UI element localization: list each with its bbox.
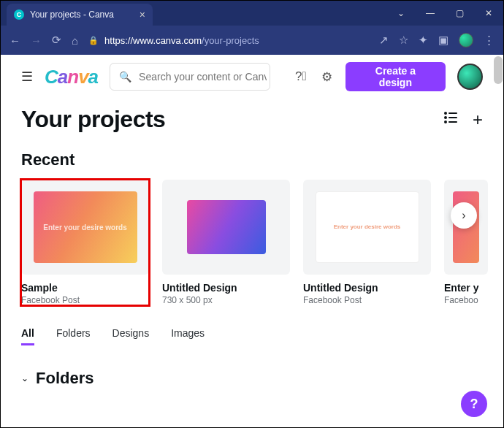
svg-point-2 [445,117,446,118]
browser-tab[interactable]: C Your projects - Canva × [7,4,153,26]
extensions-icon[interactable]: ✦ [419,34,428,47]
project-card[interactable]: Enter your desire words Sample Facebook … [21,180,149,305]
browser-profile-icon[interactable] [459,33,473,47]
address-bar[interactable]: 🔒 https://www.canva.com/your-projects [88,35,369,46]
card-subtitle: Facebook Post [303,295,431,305]
url-domain: https://www.canva.com [104,35,202,46]
main-content: Your projects + Recent Enter your desire… [1,99,503,427]
reload-icon[interactable]: ⟳ [52,34,61,47]
search-box[interactable]: 🔍 [110,63,270,91]
thumbnail [187,200,266,254]
scroll-right-button[interactable]: › [451,202,477,229]
project-card[interactable]: Untitled Design 730 x 500 px [162,180,290,305]
canva-logo[interactable]: Canva [45,66,98,88]
add-icon[interactable]: + [473,110,483,130]
card-subtitle: Faceboo [444,295,488,305]
thumbnail: Enter your desire words [34,191,137,263]
help-icon[interactable]: ?⃝ [294,69,308,84]
folders-section-header[interactable]: ⌄ Folders [21,369,483,388]
card-subtitle: 730 x 500 px [162,295,290,305]
gear-icon[interactable]: ⚙ [319,69,333,84]
folders-heading: Folders [36,369,93,388]
scrollbar-thumb[interactable] [494,56,503,84]
app-header: ☰ Canva 🔍 ?⃝ ⚙ Create a design [1,55,503,99]
recent-cards-row: Enter your desire words Sample Facebook … [21,180,483,305]
browser-toolbar: ← → ⟳ ⌂ 🔒 https://www.canva.com/your-pro… [1,26,503,55]
back-icon[interactable]: ← [9,34,20,47]
card-title: Untitled Design [162,282,290,294]
home-icon[interactable]: ⌂ [72,34,78,47]
maximize-icon[interactable]: ▢ [445,1,474,26]
bookmark-icon[interactable]: ☆ [399,34,408,47]
window-titlebar: C Your projects - Canva × ⌄ — ▢ ✕ [1,1,503,26]
hamburger-icon[interactable]: ☰ [21,69,33,85]
minimize-icon[interactable]: — [416,1,445,26]
lock-icon: 🔒 [88,36,99,45]
page-title: Your projects [21,106,165,133]
tab-designs[interactable]: Designs [112,327,150,345]
help-fab-button[interactable]: ? [461,391,487,417]
svg-point-0 [445,112,446,114]
tab-all[interactable]: All [21,327,34,345]
card-title: Untitled Design [303,282,431,294]
window-controls: ⌄ — ▢ ✕ [386,1,503,26]
search-icon: 🔍 [119,71,131,83]
card-subtitle: Facebook Post [21,295,149,305]
list-view-icon[interactable] [443,111,458,128]
recent-heading: Recent [21,150,483,169]
card-title: Enter y [444,282,488,294]
share-icon[interactable]: ↗ [379,34,389,47]
close-window-icon[interactable]: ✕ [474,1,503,26]
project-card[interactable]: Enter y Faceboo [444,180,488,305]
close-tab-icon[interactable]: × [140,9,145,20]
panel-icon[interactable]: ▣ [438,34,448,47]
tab-folders[interactable]: Folders [56,327,91,345]
project-card[interactable]: Enter your desire words Untitled Design … [303,180,431,305]
create-design-button[interactable]: Create a design [345,62,446,91]
avatar[interactable] [457,64,483,90]
chevron-down-icon[interactable]: ⌄ [386,1,416,26]
card-title: Sample [21,282,149,294]
canva-favicon-icon: C [14,9,24,20]
search-input[interactable] [139,71,267,83]
forward-icon[interactable]: → [31,34,42,47]
svg-point-4 [445,121,446,123]
url-path: /your-projects [202,35,259,46]
menu-icon[interactable]: ⋮ [484,34,495,47]
tab-title: Your projects - Canva [30,9,114,20]
filter-tabs: All Folders Designs Images [21,327,483,345]
chevron-down-icon: ⌄ [21,373,28,383]
tab-images[interactable]: Images [171,327,205,345]
thumbnail: Enter your desire words [316,191,419,263]
